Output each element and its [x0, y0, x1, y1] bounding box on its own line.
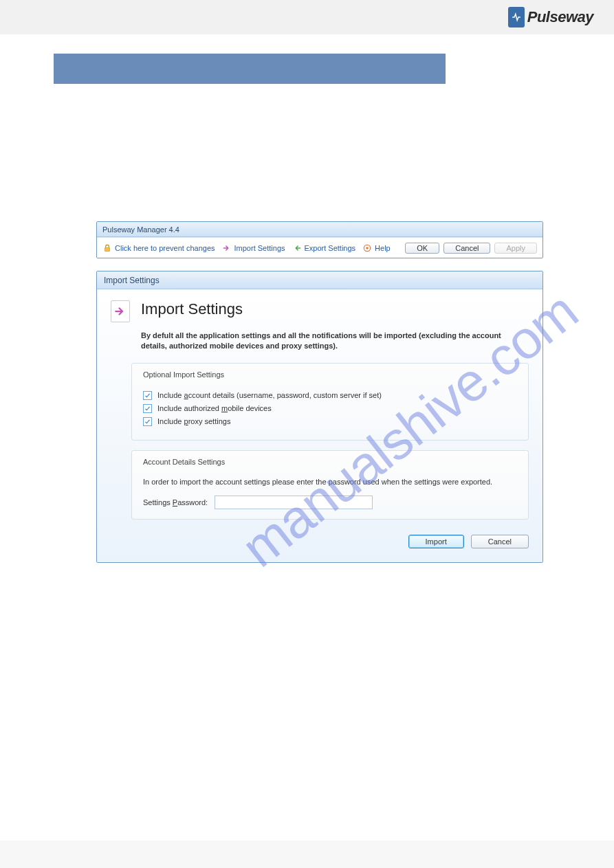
pulseway-manager-window: Pulseway Manager 4.4 Click here to preve…: [96, 221, 543, 258]
toolbar: Click here to prevent changes Import Set…: [97, 237, 542, 258]
account-details-group: Account Details Settings In order to imp…: [131, 450, 529, 520]
dialog-body: Import Settings By defult all the applic…: [97, 289, 542, 562]
include-mobile-label: Include authorized mobile devices: [157, 404, 272, 412]
settings-password-label: Settings Password:: [143, 498, 208, 507]
svg-point-2: [366, 247, 369, 249]
dialog-hero: Import Settings: [111, 300, 529, 322]
cancel-button[interactable]: Cancel: [443, 243, 490, 254]
dialog-window-title: Import Settings: [104, 276, 160, 285]
import-icon: [222, 243, 232, 253]
prevent-changes-label: Click here to prevent changes: [115, 244, 215, 252]
import-hero-icon: [111, 300, 130, 322]
page-header: Pulseway: [0, 0, 614, 34]
dialog-import-button[interactable]: Import: [408, 535, 464, 548]
help-link[interactable]: Help: [362, 243, 391, 253]
export-settings-link[interactable]: Export Settings: [292, 243, 356, 253]
optional-import-group: Optional Import Settings Include account…: [131, 363, 529, 441]
include-proxy-label: Include proxy settings: [157, 417, 230, 425]
account-details-info: In order to import the account settings …: [143, 477, 517, 487]
window-title: Pulseway Manager 4.4: [102, 225, 179, 234]
settings-password-row: Settings Password:: [143, 496, 517, 509]
include-mobile-row: Include authorized mobile devices: [143, 404, 517, 413]
figure-area: Pulseway Manager 4.4 Click here to preve…: [96, 221, 543, 563]
help-label: Help: [375, 244, 391, 252]
dialog-description: By defult all the application settings a…: [141, 331, 529, 352]
prevent-changes-link[interactable]: Click here to prevent changes: [102, 243, 215, 253]
dialog-hero-title: Import Settings: [141, 300, 243, 318]
brand-logo: Pulseway: [508, 7, 593, 27]
help-icon: [362, 243, 372, 253]
account-details-legend: Account Details Settings: [140, 458, 228, 466]
optional-import-legend: Optional Import Settings: [140, 370, 227, 379]
apply-button[interactable]: Apply: [494, 243, 537, 254]
import-settings-dialog: Import Settings Import Settings By deful…: [96, 271, 543, 563]
import-settings-label: Import Settings: [234, 244, 285, 252]
include-proxy-checkbox[interactable]: [143, 417, 152, 426]
settings-password-input[interactable]: [215, 496, 373, 509]
export-settings-label: Export Settings: [305, 244, 356, 252]
include-proxy-row: Include proxy settings: [143, 417, 517, 426]
dialog-titlebar: Import Settings: [97, 271, 542, 289]
include-account-row: Include account details (username, passw…: [143, 391, 517, 400]
include-account-checkbox[interactable]: [143, 391, 152, 400]
svg-rect-0: [105, 247, 110, 251]
include-account-label: Include account details (username, passw…: [157, 391, 382, 399]
page-footer: [0, 841, 614, 868]
dialog-cancel-button[interactable]: Cancel: [471, 535, 529, 548]
brand-name: Pulseway: [527, 8, 593, 26]
import-settings-link[interactable]: Import Settings: [222, 243, 285, 253]
include-mobile-checkbox[interactable]: [143, 404, 152, 413]
export-icon: [292, 243, 302, 253]
ok-button[interactable]: OK: [405, 243, 439, 254]
dialog-button-row: Import Cancel: [111, 535, 529, 548]
toolbar-buttons: OK Cancel Apply: [405, 243, 537, 254]
section-banner: [54, 54, 446, 84]
lock-icon: [102, 243, 112, 253]
pulseway-icon: [508, 7, 525, 27]
window-titlebar: Pulseway Manager 4.4: [97, 222, 542, 237]
